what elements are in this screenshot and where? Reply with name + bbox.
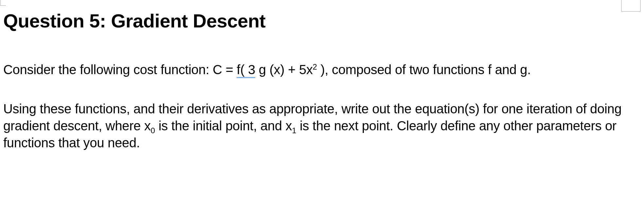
text-segment: ), composed of two functions f and g. <box>317 62 531 77</box>
text-segment: g (x) + 5x <box>255 62 313 77</box>
text-segment: is the initial point, and x <box>155 119 292 133</box>
paragraph-cost-function: Consider the following cost function: C … <box>3 61 641 78</box>
paragraph-instructions: Using these functions, and their derivat… <box>3 100 641 151</box>
question-title: Question 5: Gradient Descent <box>3 10 641 32</box>
superscript: 2 <box>313 62 317 71</box>
page-boundary-marker-right <box>621 0 641 12</box>
spellcheck-underline: f( 3 <box>237 62 255 78</box>
text-segment: Consider the following cost function: C … <box>3 62 237 77</box>
subscript: 1 <box>292 126 296 135</box>
subscript: 0 <box>151 126 155 135</box>
page-boundary-marker-left <box>0 0 6 6</box>
